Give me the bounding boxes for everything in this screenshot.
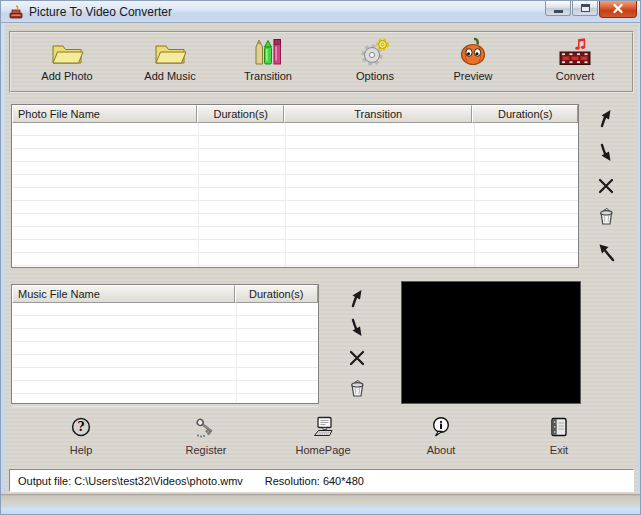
arrow-up-icon	[346, 287, 368, 311]
list-row	[12, 303, 318, 316]
music-list-body[interactable]	[12, 303, 318, 403]
status-bar: Output file: C:\Users\test32\Videos\phot…	[9, 469, 634, 492]
help-button[interactable]: ? Help	[35, 415, 127, 467]
list-row	[12, 227, 578, 240]
window-frame-bottom	[1, 494, 640, 515]
music-list: Music File Name Duration(s)	[11, 284, 319, 404]
app-icon	[8, 4, 24, 20]
photo-list: Photo File Name Duration(s) Transition D…	[11, 104, 579, 268]
app-window: Picture To Video Converter	[0, 0, 641, 515]
column-header[interactable]: Transition	[284, 105, 472, 123]
photo-delete-button[interactable]	[594, 175, 618, 199]
about-button[interactable]: About	[395, 415, 487, 467]
command-label: HomePage	[295, 444, 350, 456]
crayons-icon	[253, 36, 283, 68]
list-row	[12, 355, 318, 368]
photo-list-header: Photo File Name Duration(s) Transition D…	[12, 105, 578, 123]
arrow-down-icon	[595, 142, 617, 166]
folder-icon	[153, 36, 187, 68]
maximize-icon	[581, 4, 590, 12]
list-row	[12, 368, 318, 381]
list-row	[12, 201, 578, 214]
photo-move-top-button[interactable]	[594, 241, 618, 265]
filmstrip-note-icon	[558, 36, 592, 68]
list-row	[12, 149, 578, 162]
computer-icon	[311, 415, 335, 439]
list-row	[12, 253, 578, 266]
toolbar-label: Convert	[556, 70, 595, 82]
trash-icon	[346, 377, 368, 401]
gears-icon	[359, 36, 391, 68]
info-balloon-icon	[430, 415, 452, 439]
photo-move-up-button[interactable]	[594, 107, 618, 131]
command-label: Help	[70, 444, 93, 456]
status-output-file: Output file: C:\Users\test32\Videos\phot…	[18, 475, 243, 487]
photo-move-down-button[interactable]	[594, 142, 618, 166]
column-header[interactable]: Duration(s)	[235, 285, 318, 303]
preview-button[interactable]: Preview	[431, 36, 515, 88]
transition-button[interactable]: Transition	[226, 36, 310, 88]
column-header[interactable]: Duration(s)	[472, 105, 578, 123]
window-title: Picture To Video Converter	[29, 5, 172, 19]
list-row	[12, 136, 578, 149]
preview-screen	[401, 281, 581, 404]
convert-button[interactable]: Convert	[533, 36, 617, 88]
list-row	[12, 342, 318, 355]
list-row	[12, 381, 318, 394]
list-row	[12, 240, 578, 253]
delete-x-icon	[346, 347, 368, 371]
toolbar-label: Options	[356, 70, 394, 82]
status-resolution: Resolution: 640*480	[265, 475, 364, 487]
list-row	[12, 123, 578, 136]
register-button[interactable]: Register	[160, 415, 252, 467]
toolbar-label: Add Music	[144, 70, 195, 82]
homepage-button[interactable]: HomePage	[277, 415, 369, 467]
toolbar: Add Photo Add Music	[9, 31, 634, 93]
command-label: About	[427, 444, 456, 456]
key-icon	[194, 415, 218, 439]
close-button[interactable]	[599, 1, 637, 18]
music-move-down-button[interactable]	[345, 317, 369, 341]
close-icon	[612, 3, 624, 16]
book-icon	[548, 415, 570, 439]
music-list-header: Music File Name Duration(s)	[12, 285, 318, 303]
command-label: Exit	[550, 444, 568, 456]
command-label: Register	[186, 444, 227, 456]
titlebar[interactable]: Picture To Video Converter	[1, 1, 640, 23]
column-header[interactable]: Photo File Name	[12, 105, 197, 123]
maximize-button[interactable]	[572, 1, 598, 16]
add-photo-button[interactable]: Add Photo	[25, 36, 109, 88]
delete-x-icon	[595, 175, 617, 199]
column-header[interactable]: Duration(s)	[197, 105, 284, 123]
question-circle-icon: ?	[70, 415, 92, 439]
folder-icon	[50, 36, 84, 68]
arrow-up-left-icon	[595, 241, 617, 265]
column-header[interactable]: Music File Name	[12, 285, 235, 303]
list-row	[12, 175, 578, 188]
photo-list-body[interactable]	[12, 123, 578, 267]
music-delete-button[interactable]	[345, 347, 369, 371]
music-move-up-button[interactable]	[345, 287, 369, 311]
svg-text:?: ?	[77, 420, 84, 434]
toolbar-label: Transition	[244, 70, 292, 82]
music-clear-button[interactable]	[345, 377, 369, 401]
minimize-button[interactable]	[545, 1, 571, 16]
column-separator	[285, 123, 286, 267]
toolbar-label: Preview	[453, 70, 492, 82]
column-separator	[474, 123, 475, 267]
options-button[interactable]: Options	[333, 36, 417, 88]
exit-button[interactable]: Exit	[513, 415, 605, 467]
toolbar-label: Add Photo	[41, 70, 92, 82]
minimize-icon	[554, 10, 563, 13]
list-row	[12, 162, 578, 175]
column-separator	[236, 303, 237, 403]
column-separator	[198, 123, 199, 267]
list-row	[12, 316, 318, 329]
trash-icon	[595, 205, 617, 229]
add-music-button[interactable]: Add Music	[128, 36, 212, 88]
window-controls	[544, 1, 637, 18]
list-row	[12, 329, 318, 342]
photo-clear-button[interactable]	[594, 205, 618, 229]
arrow-down-icon	[346, 317, 368, 341]
list-row	[12, 188, 578, 201]
